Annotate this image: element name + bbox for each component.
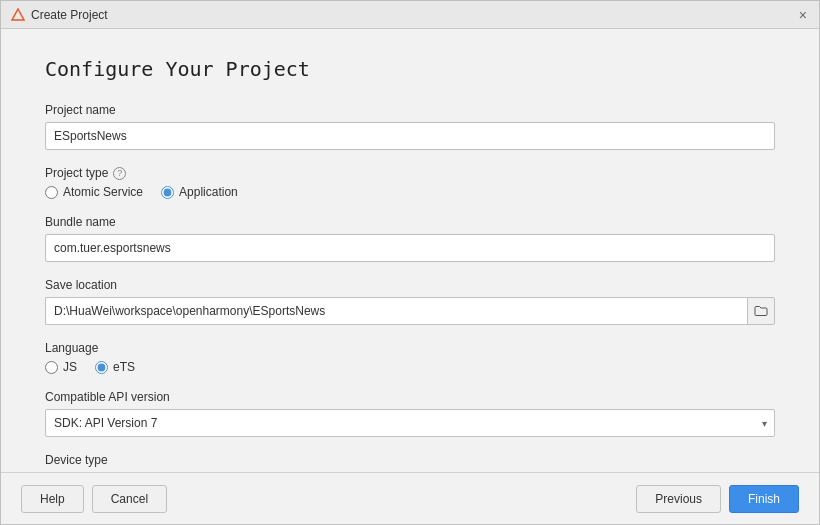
project-type-group: Project type ? Atomic Service Applicatio… — [45, 166, 775, 199]
page-title: Configure Your Project — [45, 57, 775, 81]
footer-right-buttons: Previous Finish — [636, 485, 799, 513]
folder-icon — [754, 305, 768, 317]
project-name-group: Project name — [45, 103, 775, 150]
finish-button[interactable]: Finish — [729, 485, 799, 513]
create-project-window: Create Project × Configure Your Project … — [0, 0, 820, 525]
info-icon[interactable]: ? — [113, 167, 126, 180]
api-version-group: Compatible API version SDK: API Version … — [45, 390, 775, 437]
project-name-input[interactable] — [45, 122, 775, 150]
bundle-name-input[interactable] — [45, 234, 775, 262]
ets-radio[interactable] — [95, 361, 108, 374]
js-radio[interactable] — [45, 361, 58, 374]
app-icon — [11, 8, 25, 22]
language-options: JS eTS — [45, 360, 775, 374]
browse-folder-button[interactable] — [747, 297, 775, 325]
form-content: Configure Your Project Project name Proj… — [1, 29, 819, 472]
close-button[interactable]: × — [797, 8, 809, 22]
save-location-input[interactable] — [45, 297, 747, 325]
save-location-wrapper — [45, 297, 775, 325]
api-version-label: Compatible API version — [45, 390, 775, 404]
device-type-label: Device type — [45, 453, 775, 467]
window-title: Create Project — [31, 8, 108, 22]
titlebar-left: Create Project — [11, 8, 108, 22]
bundle-name-group: Bundle name — [45, 215, 775, 262]
footer-left-buttons: Help Cancel — [21, 485, 167, 513]
cancel-button[interactable]: Cancel — [92, 485, 167, 513]
application-option[interactable]: Application — [161, 185, 238, 199]
previous-button[interactable]: Previous — [636, 485, 721, 513]
js-option[interactable]: JS — [45, 360, 77, 374]
help-button[interactable]: Help — [21, 485, 84, 513]
titlebar: Create Project × — [1, 1, 819, 29]
bundle-name-label: Bundle name — [45, 215, 775, 229]
application-radio[interactable] — [161, 186, 174, 199]
project-type-label: Project type ? — [45, 166, 775, 180]
api-version-wrapper: SDK: API Version 7 SDK: API Version 6 SD… — [45, 409, 775, 437]
project-name-label: Project name — [45, 103, 775, 117]
footer: Help Cancel Previous Finish — [1, 472, 819, 524]
atomic-service-option[interactable]: Atomic Service — [45, 185, 143, 199]
language-group: Language JS eTS — [45, 341, 775, 374]
device-type-group: Device type Phone — [45, 453, 775, 472]
save-location-label: Save location — [45, 278, 775, 292]
api-version-select[interactable]: SDK: API Version 7 SDK: API Version 6 SD… — [45, 409, 775, 437]
project-type-options: Atomic Service Application — [45, 185, 775, 199]
language-label: Language — [45, 341, 775, 355]
svg-marker-0 — [12, 9, 24, 20]
ets-option[interactable]: eTS — [95, 360, 135, 374]
save-location-group: Save location — [45, 278, 775, 325]
atomic-service-radio[interactable] — [45, 186, 58, 199]
